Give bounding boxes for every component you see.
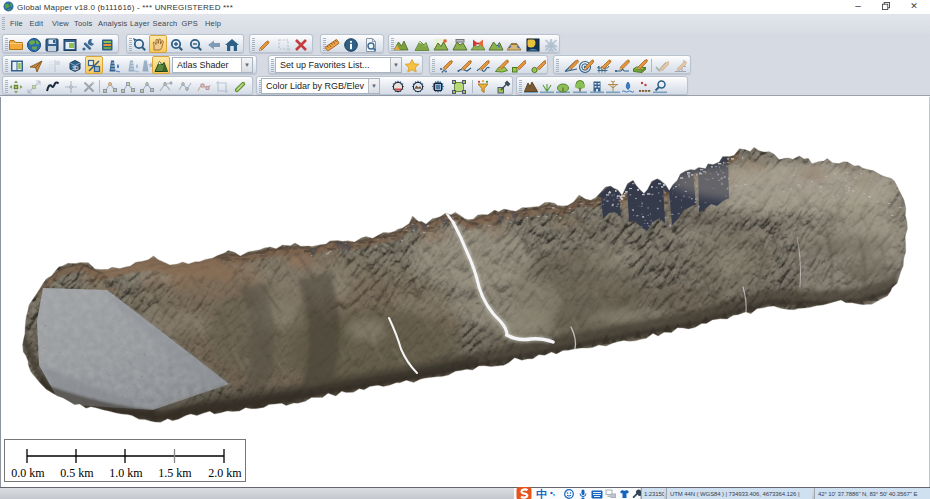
svg-text:0.5 km: 0.5 km xyxy=(60,466,94,480)
svg-text:0.0 km: 0.0 km xyxy=(11,466,45,480)
svg-text:2.0 km: 2.0 km xyxy=(208,466,242,480)
svg-text:3D: 3D xyxy=(72,65,79,71)
svg-text:1.0 km: 1.0 km xyxy=(109,466,143,480)
svg-text:1.5 km: 1.5 km xyxy=(158,466,192,480)
